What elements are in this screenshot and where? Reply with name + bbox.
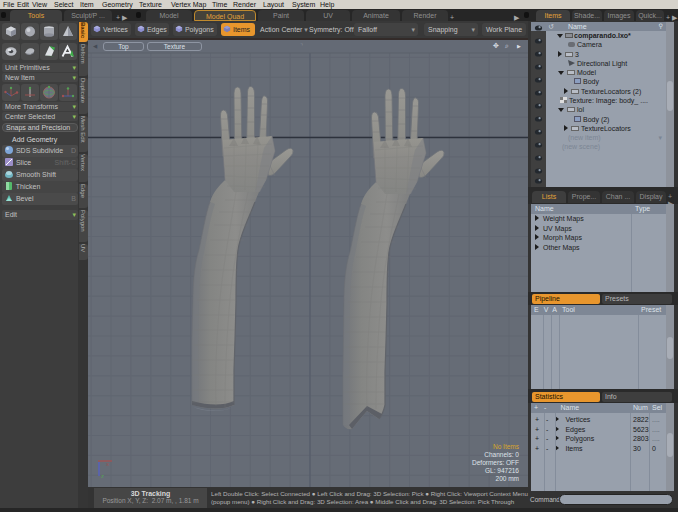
svg-text:z: z [101,473,104,479]
svg-text:x: x [106,461,109,467]
